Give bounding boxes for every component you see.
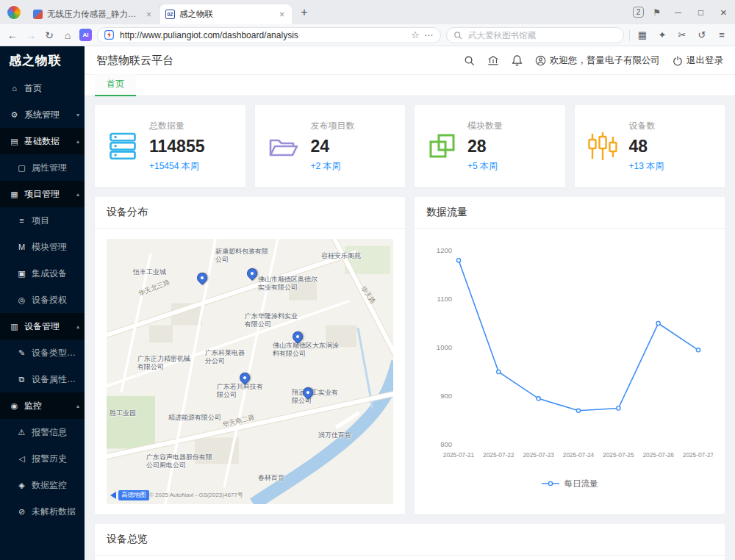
map-pin-icon[interactable] (301, 385, 315, 400)
map-pin-icon[interactable] (237, 370, 252, 385)
data-point[interactable] (696, 348, 700, 352)
url-security-icon[interactable] (104, 30, 114, 40)
apps-grid-icon[interactable]: ▦ (635, 29, 650, 40)
data-point[interactable] (617, 406, 620, 410)
stat-card-body: 模块数量 28 +5 本周 (467, 120, 503, 173)
sidebar-item-data-monitor[interactable]: ◈ 数据监控 (0, 472, 85, 498)
home-button[interactable]: ⌂ (61, 29, 74, 41)
sidebar-item-alarm-info[interactable]: ⚠ 报警信息 (0, 419, 85, 445)
map-attribution: © 2025 AutoNavi - GS(2023)4677号 (149, 491, 243, 499)
legend-line-marker-icon (542, 480, 559, 487)
sidebar-item-base-data[interactable]: ▤ 基础数据 ▴ (0, 128, 85, 154)
sidebar-item-unparsed-data[interactable]: ⊘ 未解析数据 (0, 498, 85, 525)
traffic-line-chart: 8009001000110012002025-07-212025-07-2220… (426, 239, 713, 473)
map-poi-label: 佛山市顺德区奥德尔实业有限公司 (258, 276, 323, 292)
welcome-user[interactable]: 欢迎您，普量电子有限公司 (535, 54, 660, 67)
data-point[interactable] (456, 259, 460, 262)
map-pin-icon[interactable] (290, 329, 305, 344)
data-point[interactable] (576, 409, 580, 412)
back-button[interactable]: ← (6, 29, 19, 41)
organization-icon[interactable] (487, 55, 499, 66)
browser-tab-2-active[interactable]: 0Z 感之物联 × (159, 4, 292, 24)
sidebar-menu: ⌂ 首页 ⚙ 系统管理 ▾ ▤ 基础数据 ▴ ▢ 属性管理 ▦ 项目管理 ▴ (0, 75, 85, 560)
app-root: 感之物联 ⌂ 首页 ⚙ 系统管理 ▾ ▤ 基础数据 ▴ ▢ 属性管理 ▦ (0, 46, 735, 560)
y-axis-tick: 1000 (437, 343, 452, 351)
map-poi-label: 佛山市顺德区大东涧涂料有限公司 (273, 342, 339, 358)
menu-icon[interactable]: ≡ (714, 29, 729, 40)
browser-logo-icon[interactable] (7, 6, 21, 19)
x-axis-tick: 2025-07-26 (642, 451, 674, 459)
map-canvas[interactable]: 新康塑料包装有限公司容桂安乐阁苑恒丰工业城华天北三路佛山市顺德区奥德尔实业有限公… (107, 239, 393, 504)
search-input[interactable] (467, 30, 617, 40)
data-traffic-panel: 数据流量 8009001000110012002025-07-212025-07… (415, 197, 725, 514)
x-axis-tick: 2025-07-22 (483, 451, 514, 459)
sidebar-item-device-type-mgmt[interactable]: ✎ 设备类型管理 (0, 340, 85, 366)
stat-title: 模块数量 (467, 120, 503, 132)
ai-assistant-icon[interactable]: AI (79, 29, 92, 41)
sidebar-item-integrated-device[interactable]: ▣ 集成设备 (0, 260, 85, 287)
chart-legend[interactable]: 每日流量 (542, 473, 598, 495)
sidebar-item-module-mgmt[interactable]: M 模块管理 (0, 234, 85, 260)
map-pin-icon[interactable] (195, 270, 209, 285)
minimize-button[interactable]: ─ (667, 0, 689, 24)
browser-tab-bar: 无线压力传感器_静力水准仪 × 0Z 感之物联 × + 2 ⚑ ─ □ × (0, 0, 735, 24)
close-button[interactable]: × (712, 0, 735, 24)
map-provider-logo[interactable]: 高德地图 (110, 490, 149, 500)
new-tab-button[interactable]: + (295, 3, 314, 22)
download-count-badge[interactable]: 2 (633, 7, 645, 18)
screenshot-scissors-icon[interactable]: ✂ (675, 29, 689, 40)
box-icon: ▣ (16, 269, 27, 279)
header-search-icon[interactable] (464, 55, 475, 66)
tab-close-icon[interactable]: × (278, 10, 286, 20)
home-icon: ⌂ (9, 84, 20, 93)
data-point[interactable] (497, 370, 501, 373)
maximize-button[interactable]: □ (689, 0, 712, 24)
reload-button[interactable]: ↻ (43, 29, 56, 41)
stat-card-published-projects: 发布项目数 24 +2 本周 (255, 105, 406, 187)
sidebar-item-system-mgmt[interactable]: ⚙ 系统管理 ▾ (0, 101, 85, 128)
stat-value: 48 (629, 137, 664, 157)
url-more-icon[interactable]: ⋯ (424, 30, 434, 40)
stat-value: 114855 (149, 137, 204, 157)
address-bar[interactable]: ☆ ⋯ (97, 27, 441, 43)
sidebar-item-device-mgmt[interactable]: ▥ 设备管理 ▴ (0, 313, 85, 340)
restore-icon[interactable]: ↺ (695, 29, 709, 40)
flag-icon[interactable]: ⚑ (653, 7, 661, 18)
data-point[interactable] (537, 397, 540, 401)
search-icon (453, 31, 462, 40)
doc-icon: ▢ (16, 163, 27, 173)
forward-button[interactable]: → (24, 29, 37, 41)
sidebar-item-device-attr-bind[interactable]: ⧉ 设备属性绑定 (0, 366, 85, 392)
sidebar-item-project-mgmt[interactable]: ▦ 项目管理 ▴ (0, 181, 85, 207)
sidebar-item-device-auth[interactable]: ◎ 设备授权 (0, 287, 85, 313)
sidebar-item-alarm-history[interactable]: ◁ 报警历史 (0, 445, 85, 472)
stat-value: 28 (467, 137, 503, 157)
map-pin-icon[interactable] (245, 266, 259, 281)
browser-search-box[interactable] (446, 27, 624, 43)
brand-logo: 感之物联 (0, 46, 85, 75)
tab-home[interactable]: 首页 (95, 73, 136, 96)
data-point[interactable] (656, 321, 660, 325)
tab-title: 无线压力传感器_静力水准仪 (47, 9, 140, 20)
sidebar-item-home[interactable]: ⌂ 首页 (0, 75, 85, 101)
traffic-line (459, 260, 698, 411)
tab1-favicon-icon (33, 10, 43, 19)
window-controls: 2 ⚑ ─ □ × (633, 0, 735, 24)
favorites-icon[interactable]: ✦ (655, 29, 670, 40)
stat-delta: +5 本周 (467, 160, 503, 173)
browser-tab-1[interactable]: 无线压力传感器_静力水准仪 × (27, 4, 159, 24)
tab-close-icon[interactable]: × (145, 10, 153, 20)
bookmark-star-icon[interactable]: ☆ (411, 29, 420, 40)
sidebar-item-project[interactable]: ≡ 项目 (0, 207, 85, 234)
logout-button[interactable]: 退出登录 (673, 54, 723, 67)
notification-bell-icon[interactable] (512, 54, 523, 66)
panel-title: 设备总览 (95, 524, 725, 556)
url-input[interactable] (118, 29, 406, 41)
map-road-label: 华天北三路 (137, 279, 171, 298)
map-poi-label: 翔远化工实业有限公司 (292, 389, 340, 405)
sidebar-item-attribute-mgmt[interactable]: ▢ 属性管理 (0, 154, 85, 181)
sidebar-item-monitoring[interactable]: ◉ 监控 ▴ (0, 392, 85, 419)
user-circle-icon (535, 55, 546, 66)
map-poi-label: 广东科莱电器分公司 (205, 349, 248, 365)
map-poi-label: 广东若川科技有限公司 (217, 383, 264, 399)
